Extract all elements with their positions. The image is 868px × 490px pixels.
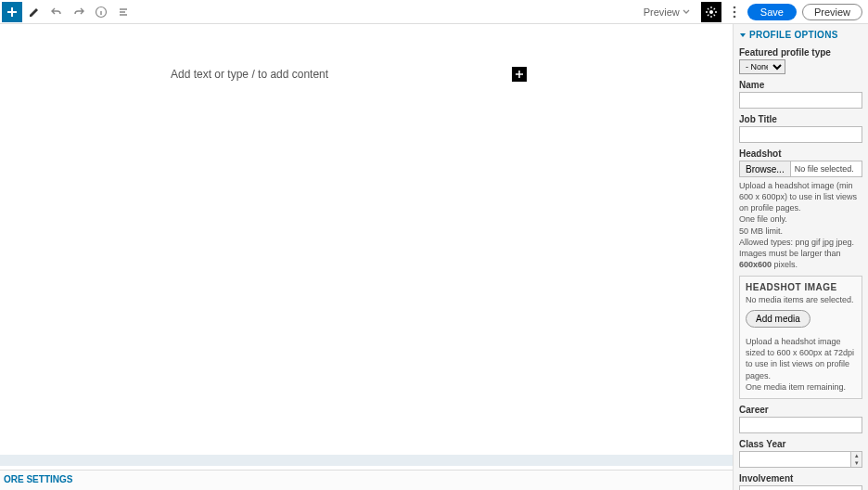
sidebar-profile-options: PROFILE OPTIONS Featured profile type - …	[733, 24, 868, 490]
triangle-down-icon	[739, 32, 747, 39]
info-icon[interactable]	[91, 2, 111, 22]
career-label: Career	[739, 405, 862, 415]
more-options-icon[interactable]	[727, 2, 742, 22]
featured-type-select[interactable]: - None -	[739, 59, 785, 74]
jobtitle-label: Job Title	[739, 114, 862, 124]
classyear-input[interactable]	[739, 451, 850, 468]
no-file-text: No file selected.	[791, 164, 854, 174]
top-toolbar: Preview Save Preview	[0, 0, 868, 24]
main-area: Add text or type / to add content ORE SE…	[0, 24, 868, 490]
svg-point-3	[733, 10, 735, 13]
headshot-help: Upload a headshot image (min 600 x 600px…	[739, 180, 862, 270]
involvement-label: Involvement	[739, 473, 862, 484]
save-button[interactable]: Save	[747, 4, 797, 20]
section-heading[interactable]: PROFILE OPTIONS	[739, 30, 862, 40]
more-settings-link[interactable]: ORE SETTINGS	[0, 470, 733, 490]
headshot-image-help: Upload a headshot image sized to 600 x 6…	[746, 336, 856, 393]
inline-add-button[interactable]	[512, 67, 527, 82]
stepper-buttons[interactable]: ▴▾	[850, 451, 862, 468]
name-input[interactable]	[739, 92, 862, 109]
featured-type-label: Featured profile type	[739, 47, 862, 58]
undo-icon[interactable]	[46, 2, 67, 22]
involvement-input[interactable]	[739, 485, 862, 490]
block-placeholder[interactable]: Add text or type / to add content	[171, 67, 527, 82]
settings-icon[interactable]	[701, 2, 721, 22]
redo-icon[interactable]	[69, 2, 89, 22]
headshot-label: Headshot	[739, 148, 862, 159]
name-label: Name	[739, 80, 862, 90]
career-input[interactable]	[739, 417, 862, 433]
outline-icon[interactable]	[113, 2, 134, 22]
no-media-text: No media items are selected.	[746, 295, 856, 304]
toolbar-left	[0, 2, 134, 22]
headshot-image-fieldset: HEADSHOT IMAGE No media items are select…	[739, 276, 862, 399]
file-upload-row: Browse... No file selected.	[739, 161, 862, 177]
classyear-label: Class Year	[739, 439, 862, 449]
svg-point-4	[733, 15, 735, 18]
preview-dropdown[interactable]: Preview	[638, 6, 696, 18]
toolbar-right: Preview Save Preview	[638, 2, 868, 22]
classyear-stepper[interactable]: ▴▾	[739, 451, 862, 468]
chevron-down-icon	[683, 8, 690, 16]
jobtitle-input[interactable]	[739, 126, 862, 143]
svg-point-1	[709, 10, 713, 14]
add-block-button[interactable]	[2, 2, 22, 22]
svg-point-2	[733, 6, 735, 8]
edit-icon[interactable]	[24, 2, 45, 22]
editor-canvas[interactable]: Add text or type / to add content ORE SE…	[0, 24, 733, 490]
placeholder-text: Add text or type / to add content	[171, 68, 328, 81]
preview-button[interactable]: Preview	[802, 4, 862, 20]
footer-divider	[0, 455, 733, 466]
add-media-button[interactable]: Add media	[746, 310, 811, 328]
browse-button[interactable]: Browse...	[740, 161, 791, 176]
headshot-image-title: HEADSHOT IMAGE	[746, 282, 856, 292]
